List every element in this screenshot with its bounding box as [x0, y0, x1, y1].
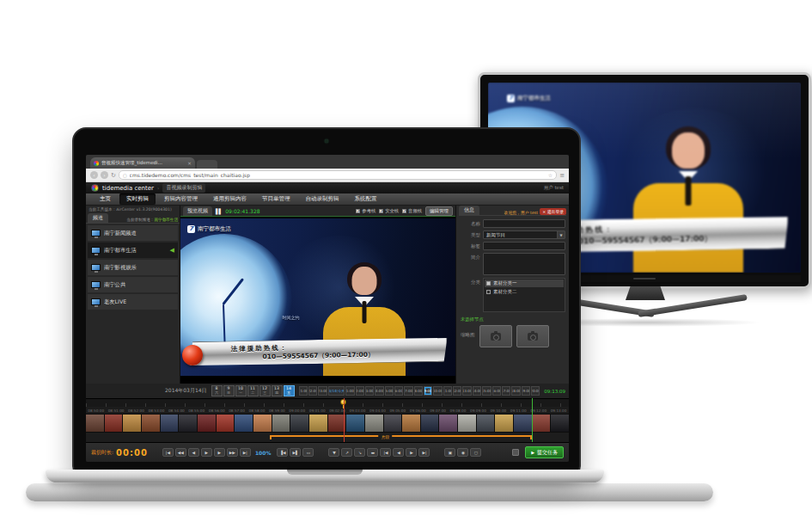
hour-cell[interactable]: 8:00: [414, 386, 423, 396]
tab-preview-video[interactable]: 预览视频: [183, 206, 212, 216]
hour-cell[interactable]: 2:00: [356, 386, 364, 396]
hour-cell[interactable]: 03/14(今天): [328, 386, 345, 396]
jump-end-button[interactable]: ▶|: [418, 448, 430, 457]
filmstrip-thumbnail[interactable]: [458, 415, 476, 432]
next-clip-button[interactable]: ▶▶: [227, 448, 238, 457]
nav-item[interactable]: 系统配置: [348, 194, 384, 205]
hour-cell[interactable]: 16:00: [492, 386, 501, 396]
hour-cell[interactable]: 7:00: [404, 386, 412, 396]
frame-forward-button[interactable]: ▶: [214, 448, 225, 457]
logout-button[interactable]: × 退出登录: [540, 208, 566, 215]
hour-cell[interactable]: 17:00: [502, 386, 510, 396]
hour-cell[interactable]: 23:00: [318, 386, 327, 396]
filmstrip-thumbnail[interactable]: [439, 415, 457, 432]
tab-channels[interactable]: 频道: [88, 213, 108, 223]
checkbox-icon[interactable]: [356, 209, 360, 213]
checkbox-icon[interactable]: [486, 281, 491, 286]
play-button[interactable]: ▶: [201, 448, 212, 457]
channel-item[interactable]: 南宁影视娱乐 ◀: [88, 260, 178, 275]
filmstrip-thumbnail[interactable]: [105, 415, 123, 432]
description-field[interactable]: [483, 253, 565, 275]
category-item[interactable]: 素材分类一: [485, 280, 564, 287]
fullscreen-button[interactable]: ▢: [470, 448, 481, 457]
submit-task-button[interactable]: ▶ 提交任务: [525, 446, 564, 458]
channel-item[interactable]: 南宁公共 ◀: [88, 277, 178, 292]
hour-cell[interactable]: 5:00: [385, 386, 394, 396]
hour-cell[interactable]: 9:00: [424, 386, 432, 396]
nav-item[interactable]: 自动录制剪辑: [299, 194, 346, 205]
reload-icon[interactable]: ↻: [111, 172, 116, 179]
timeline-ruler[interactable]: [86, 398, 569, 407]
mark-out-button[interactable]: ▶▌: [290, 448, 301, 457]
hour-cell[interactable]: 18:00: [511, 386, 520, 396]
channel-item[interactable]: 南宁新闻频道 ◀: [88, 225, 178, 241]
filmstrip-thumbnail[interactable]: [365, 415, 383, 432]
tab-info[interactable]: 信息: [459, 206, 479, 215]
skip-start-button[interactable]: |◀: [162, 448, 174, 457]
step-back-button[interactable]: ◀: [393, 448, 404, 457]
chevron-down-icon[interactable]: ▼: [557, 231, 565, 238]
filmstrip-thumbnail[interactable]: [328, 415, 346, 432]
hour-cell[interactable]: 14:00: [473, 386, 481, 396]
bookmark-star-icon[interactable]: ☆: [548, 172, 553, 178]
day-cell[interactable]: 14 五: [284, 385, 295, 396]
pin-button[interactable]: ▼: [328, 448, 339, 457]
thumbnail-capture-button[interactable]: [516, 325, 549, 347]
back-button[interactable]: ‹: [90, 171, 98, 179]
day-cell[interactable]: 9 日: [223, 385, 235, 396]
cut-out-button[interactable]: ↘: [354, 448, 365, 457]
hour-cell[interactable]: 6:00: [394, 386, 403, 396]
thumbnail-capture-button[interactable]: [479, 325, 512, 347]
filmstrip-thumbnail[interactable]: [290, 415, 308, 432]
filmstrip-thumbnail[interactable]: [551, 415, 569, 432]
nav-item[interactable]: 实时剪辑: [119, 194, 156, 205]
day-cell[interactable]: 8 六: [211, 385, 223, 396]
hour-cell[interactable]: 22:00: [308, 386, 317, 396]
name-field[interactable]: [483, 219, 565, 228]
playhead-line[interactable]: [344, 398, 345, 442]
hour-cell[interactable]: 13:00: [462, 386, 471, 396]
hour-cell[interactable]: 21:00: [299, 386, 308, 396]
nav-item[interactable]: 主页: [93, 194, 118, 205]
collapse-button[interactable]: [512, 449, 519, 456]
tag-field[interactable]: [483, 242, 565, 250]
filmstrip-thumbnail[interactable]: [477, 415, 495, 432]
filmstrip-thumbnail[interactable]: [402, 415, 420, 432]
snapshot-button[interactable]: ▣: [444, 448, 455, 457]
browser-menu-icon[interactable]: ≡: [559, 172, 565, 179]
filmstrip-thumbnail[interactable]: [123, 415, 141, 432]
day-cell[interactable]: 12 三: [259, 385, 271, 396]
tab-close-icon[interactable]: ×: [187, 160, 192, 166]
selection-bracket[interactable]: [270, 435, 533, 439]
video-player[interactable]: 7 南宁都市生活 时间之约 法律援助热线：: [180, 217, 455, 384]
hour-cell[interactable]: 10:00: [433, 386, 442, 396]
hour-cell[interactable]: 1:00: [345, 386, 354, 396]
filmstrip-thumbnail[interactable]: [495, 415, 513, 432]
filmstrip-thumbnail[interactable]: [421, 415, 439, 432]
hour-cell[interactable]: 11:00: [443, 386, 452, 396]
delete-segment-button[interactable]: ▬: [367, 448, 378, 457]
step-forward-button[interactable]: ▶: [406, 448, 417, 457]
skip-end-button[interactable]: ▶|: [240, 448, 251, 457]
filmstrip-thumbnail[interactable]: [346, 415, 364, 432]
preview-eye-button[interactable]: ◉: [457, 448, 468, 457]
hour-cell[interactable]: 19:00: [522, 386, 530, 396]
browser-tab[interactable]: 音视频快速管理_tidemedi… ×: [90, 157, 195, 169]
clear-marks-button[interactable]: ▭: [302, 448, 314, 457]
edit-manage-button[interactable]: 编辑管理: [425, 206, 453, 216]
frame-back-button[interactable]: ◀: [188, 448, 199, 457]
channel-item[interactable]: 老友LIVE ◀: [88, 294, 178, 310]
filmstrip-thumbnail[interactable]: [217, 415, 235, 432]
nav-item[interactable]: 剪辑内容管理: [157, 194, 205, 205]
day-cell[interactable]: 11 二: [247, 385, 259, 396]
hour-cell[interactable]: 15:00: [482, 386, 491, 396]
filmstrip-thumbnail[interactable]: [533, 415, 551, 432]
filmstrip-thumbnail[interactable]: [198, 415, 216, 432]
type-select[interactable]: 新闻节目 ▼: [483, 230, 565, 239]
day-cell[interactable]: 13 四: [272, 385, 283, 396]
overlay-option[interactable]: 音频线: [402, 208, 422, 214]
new-tab-button[interactable]: [197, 160, 217, 169]
filmstrip-thumbnail[interactable]: [86, 415, 104, 432]
filmstrip-thumbnail[interactable]: [272, 415, 290, 432]
filmstrip-thumbnail[interactable]: [514, 415, 532, 432]
